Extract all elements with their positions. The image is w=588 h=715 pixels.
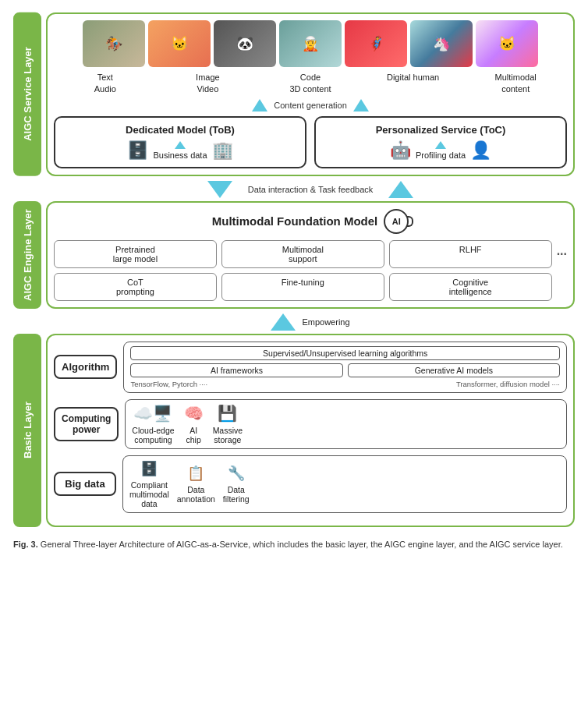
basic-layer-content: Algorithm Supervised/Unsupervised learni… [46, 334, 575, 527]
bigdata-label: Big data [54, 472, 116, 496]
algo-bottom-row: AI frameworks Generative AI models [130, 363, 560, 377]
data-interaction-label: Data interaction & Task feedback [248, 185, 374, 194]
person-icon: 👤 [470, 140, 491, 161]
caption-fig-label: Fig. 3. [13, 540, 38, 549]
annotation-label: Dataannotation [177, 485, 215, 504]
bigdata-content: 🗄️ Compliantmultimodaldata 📋 Dataannotat… [122, 455, 567, 513]
label-text-audio: Text Audio [70, 72, 140, 96]
diagram-container: AIGC Service Layer 🏇 🐱 🐼 🧝 🦸 [13, 12, 575, 550]
service-image-4: 🧝 [279, 20, 342, 67]
caption-text: General Three-layer Architecture of AIGC… [41, 540, 563, 549]
profiling-data-arrow [435, 141, 446, 149]
service-layer-label: AIGC Service Layer [13, 12, 41, 176]
engine-cell-pretrained: Pretrainedlarge model [54, 240, 217, 268]
service-layer-content: 🏇 🐱 🐼 🧝 🦸 🦄 🐱 [46, 12, 575, 176]
content-generation-label: Content generation [274, 101, 347, 110]
bigdata-section: Big data 🗄️ Compliantmultimodaldata 📋 Da… [54, 455, 567, 513]
building-icon: 🏢 [212, 140, 233, 161]
business-data-arrow [175, 141, 186, 149]
business-data-label: Business data [153, 150, 207, 160]
engine-cell-rlhf: RLHF [389, 240, 552, 268]
data-interaction-arrow-down [207, 181, 232, 198]
service-layer-outer: AIGC Service Layer 🏇 🐱 🐼 🧝 🦸 [13, 12, 575, 176]
ai-circle-icon: AI [384, 209, 409, 234]
ai-ear [407, 216, 413, 227]
foundation-model-title: Multimodal Foundation Model [212, 214, 377, 228]
tensorflow-label: TensorFlow, Pytorch ···· [130, 380, 207, 388]
service-images-row: 🏇 🐱 🐼 🧝 🦸 🦄 🐱 [54, 20, 567, 67]
empowering-row: Empowering [46, 313, 575, 331]
basic-layer-label: Basic Layer [13, 334, 41, 527]
cloud-edge-icon: ☁️🖥️ [133, 404, 172, 423]
content-gen-arrow-right [353, 99, 369, 111]
profiling-data-label: Profiling data [416, 150, 466, 160]
engine-cell-finetuning: Fine-tuning [221, 273, 384, 301]
service-image-2: 🐱 [148, 20, 211, 67]
engine-layer-content: Multimodal Foundation Model AI Pretraine… [46, 201, 575, 309]
transformer-label: Transformer, diffusion model ···· [456, 380, 560, 388]
filtering-item: 🔧 Datafiltering [223, 465, 250, 504]
engine-title-row: Multimodal Foundation Model AI [54, 209, 567, 234]
ai-frameworks-box: AI frameworks [130, 363, 342, 377]
annotation-item: 📋 Dataannotation [177, 465, 215, 504]
engine-cell-cot: CoTprompting [54, 273, 217, 301]
annotation-icon: 📋 [187, 465, 204, 482]
engine-dots-top: ··· [557, 240, 567, 268]
supervised-learning-label: Supervised/Unsupervised learning algorit… [130, 346, 560, 360]
multimodal-data-label: Compliantmultimodaldata [129, 480, 169, 508]
service-image-6: 🦄 [410, 20, 473, 67]
cloud-edge-item: ☁️🖥️ Cloud-edgecomputing [132, 404, 174, 444]
empowering-arrow [271, 313, 296, 331]
filtering-icon: 🔧 [228, 465, 245, 482]
engine-capabilities-grid: Pretrainedlarge model Multimodalsupport … [54, 240, 567, 301]
computing-section: Computingpower ☁️🖥️ Cloud-edgecomputing … [54, 399, 567, 449]
dedicated-model-content: 🗄️ Business data 🏢 [62, 140, 299, 161]
service-image-7: 🐱 [476, 20, 538, 67]
service-image-5: 🦸 [345, 20, 407, 67]
computing-label: Computingpower [54, 407, 119, 441]
dedicated-model-box: Dedicated Model (ToB) 🗄️ Business data 🏢 [54, 116, 306, 168]
generative-ai-box: Generative AI models [348, 363, 560, 377]
storage-icon: 💾 [218, 404, 237, 423]
service-image-3: 🐼 [214, 20, 276, 67]
computing-content: ☁️🖥️ Cloud-edgecomputing 🧠 AIchip 💾 Mass… [125, 399, 567, 449]
algorithm-content: Supervised/Unsupervised learning algorit… [123, 342, 567, 393]
label-code-3d: Code 3D content [275, 72, 345, 96]
multimodal-data-icon: 🗄️ [140, 460, 158, 477]
engine-cell-cognitive: Cognitiveintelligence [389, 273, 552, 301]
ai-chip-item: 🧠 AIchip [184, 404, 204, 444]
content-generation-row: Content generation [54, 99, 567, 111]
robot-icon: 🤖 [390, 140, 411, 161]
between-service-engine: Data interaction & Task feedback [46, 181, 575, 198]
label-image-video: Image Video [172, 72, 243, 96]
bigdata-items-row: 🗄️ Compliantmultimodaldata 📋 Dataannotat… [129, 460, 560, 508]
service-bottom-row: Dedicated Model (ToB) 🗄️ Business data 🏢… [54, 116, 567, 168]
engine-layer-outer: AIGC Engine Layer Multimodal Foundation … [13, 201, 575, 309]
engine-dots-bottom [557, 273, 567, 301]
computing-items-row: ☁️🖥️ Cloud-edgecomputing 🧠 AIchip 💾 Mass… [132, 404, 560, 444]
engine-cell-multimodal: Multimodalsupport [221, 240, 384, 268]
label-multimodal: Multimodal content [480, 72, 551, 96]
ai-chip-label: AIchip [186, 426, 200, 444]
algo-sub-labels: TensorFlow, Pytorch ···· Transformer, di… [130, 380, 560, 388]
personalized-service-box: Personalized Service (ToC) 🤖 Profiling d… [314, 116, 567, 168]
service-image-1: 🏇 [83, 20, 145, 67]
engine-layer-label: AIGC Engine Layer [13, 201, 41, 309]
database-icon: 🗄️ [127, 140, 148, 161]
cloud-edge-label: Cloud-edgecomputing [132, 426, 174, 444]
content-gen-arrow-left [252, 99, 267, 111]
dedicated-model-title: Dedicated Model (ToB) [62, 124, 299, 136]
personalized-service-content: 🤖 Profiling data 👤 [322, 140, 559, 161]
filtering-label: Datafiltering [223, 485, 250, 504]
label-digital-human: Digital human [378, 72, 448, 96]
storage-item: 💾 Massivestorage [213, 404, 243, 444]
storage-label: Massivestorage [213, 426, 243, 444]
basic-layer-outer: Basic Layer Algorithm Supervised/Unsuper… [13, 334, 575, 527]
ai-chip-icon: 🧠 [184, 404, 204, 423]
algorithm-label: Algorithm [54, 355, 117, 379]
service-content-labels: Text Audio Image Video Code 3D content D… [54, 72, 567, 96]
algorithm-section: Algorithm Supervised/Unsupervised learni… [54, 342, 567, 393]
empowering-label: Empowering [302, 317, 349, 327]
task-feedback-arrow-up [388, 181, 413, 198]
figure-caption: Fig. 3. General Three-layer Architecture… [13, 538, 575, 551]
